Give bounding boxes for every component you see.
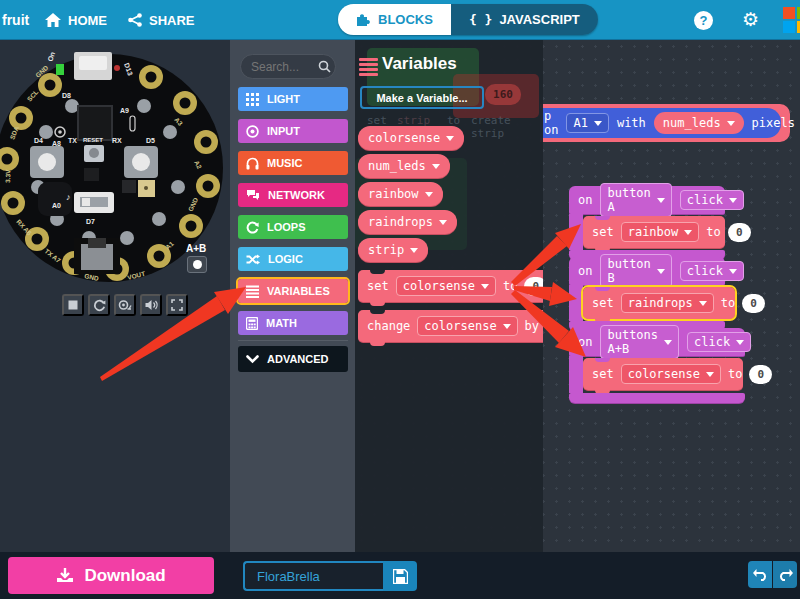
sidebar-item-music[interactable]: MUSIC bbox=[238, 151, 348, 175]
category-label: LOOPS bbox=[267, 221, 306, 233]
board-label: A8 bbox=[52, 140, 61, 147]
category-label: LOGIC bbox=[268, 253, 303, 265]
tab-javascript[interactable]: { } JAVASCRIPT bbox=[451, 4, 598, 35]
variable-dropdown[interactable]: colorsense bbox=[396, 276, 496, 296]
makecode-editor: p on A1 with num_leds pixels on button A… bbox=[0, 0, 800, 599]
chevron-down-icon bbox=[664, 340, 672, 345]
undo-button[interactable] bbox=[748, 561, 772, 588]
create-strip-block[interactable]: p on A1 with num_leds pixels bbox=[540, 108, 781, 138]
value-input[interactable]: 0 bbox=[742, 294, 765, 313]
sidebar-item-loops[interactable]: LOOPS bbox=[238, 215, 348, 239]
chevron-down-icon bbox=[481, 284, 489, 289]
set-raindrops-block-highlighted[interactable]: set raindrops to 0 bbox=[583, 287, 735, 319]
toolbox-divider bbox=[238, 340, 348, 341]
board-label: A0 bbox=[52, 202, 61, 209]
chevron-down-icon bbox=[446, 136, 454, 141]
variable-dropdown[interactable]: colorsense bbox=[417, 316, 517, 336]
variable-dropdown[interactable]: colorsense bbox=[621, 364, 721, 384]
variables-bars-icon bbox=[246, 285, 259, 298]
share-button[interactable]: SHARE bbox=[128, 0, 195, 40]
chevron-down-icon bbox=[432, 164, 440, 169]
pin-dropdown[interactable]: A1 bbox=[566, 113, 608, 133]
button-dropdown[interactable]: buttons A+B bbox=[600, 325, 679, 359]
loops-repeat-icon bbox=[246, 221, 259, 234]
board-label: TX bbox=[68, 137, 77, 144]
value-input[interactable]: 0 bbox=[749, 365, 772, 384]
set-colorsense-block[interactable]: set colorsense to 0 bbox=[583, 358, 743, 390]
chevron-down-icon bbox=[657, 198, 665, 203]
input-circle-icon bbox=[246, 125, 259, 138]
fullscreen-button[interactable] bbox=[166, 294, 188, 316]
sidebar-item-input[interactable]: INPUT bbox=[238, 119, 348, 143]
volume-icon bbox=[145, 299, 158, 311]
category-label: NETWORK bbox=[268, 189, 325, 201]
redo-button[interactable] bbox=[773, 561, 797, 588]
settings-gear-icon[interactable]: ⚙ bbox=[742, 10, 759, 29]
search-icon bbox=[318, 60, 331, 73]
value-input[interactable]: 0 bbox=[728, 223, 751, 242]
sidebar-item-math[interactable]: MATH bbox=[238, 311, 348, 335]
share-icon bbox=[128, 13, 142, 27]
braces-icon: { } bbox=[469, 12, 492, 27]
make-a-variable-button[interactable]: Make a Variable... bbox=[360, 86, 484, 109]
on-button-a-block[interactable]: on button A click bbox=[569, 186, 725, 214]
event-dropdown[interactable]: click bbox=[680, 190, 744, 210]
restart-button[interactable] bbox=[88, 294, 110, 316]
variable-pill-strip[interactable]: strip bbox=[358, 238, 428, 262]
toolbox: LIGHT INPUT MUSIC NETWORK LOOPS LOGIC VA… bbox=[230, 40, 355, 552]
event-block-spine bbox=[569, 214, 583, 250]
chevron-down-icon bbox=[657, 269, 665, 274]
save-floppy-icon bbox=[393, 569, 408, 584]
bottom-bar: Download bbox=[0, 552, 800, 599]
ab-button[interactable] bbox=[187, 256, 207, 273]
tab-blocks[interactable]: BLOCKS bbox=[338, 4, 451, 35]
help-button[interactable]: ? bbox=[694, 11, 713, 30]
logic-shuffle-icon bbox=[246, 253, 260, 266]
set-variable-block[interactable]: set colorsense to 0 bbox=[358, 270, 543, 302]
change-variable-block[interactable]: change colorsense by 1 bbox=[358, 310, 543, 342]
value-input[interactable]: 0 bbox=[524, 277, 543, 296]
sidebar-item-variables[interactable]: VARIABLES bbox=[238, 279, 348, 303]
board-label: RX bbox=[112, 137, 122, 144]
sidebar-item-logic[interactable]: LOGIC bbox=[238, 247, 348, 271]
chevron-down-icon bbox=[410, 248, 418, 253]
chevron-down-icon bbox=[727, 121, 735, 126]
num-leds-variable-pill[interactable]: num_leds bbox=[654, 112, 744, 134]
chevron-down-icon bbox=[594, 121, 602, 126]
sidebar-item-network[interactable]: NETWORK bbox=[238, 183, 348, 207]
button-dropdown[interactable]: button B bbox=[600, 254, 671, 288]
sidebar-item-advanced[interactable]: ADVANCED bbox=[238, 346, 348, 372]
variable-pill-rainbow[interactable]: rainbow bbox=[358, 182, 443, 206]
puzzle-blocks-icon bbox=[356, 13, 371, 26]
network-chat-icon bbox=[246, 189, 260, 202]
strip-block-with-text: with bbox=[617, 116, 646, 130]
on-button-b-block[interactable]: on button B click bbox=[569, 257, 725, 285]
home-icon bbox=[45, 13, 61, 27]
variables-category-icon bbox=[359, 58, 378, 78]
simulator-panel: On D13 D8 A8 A9 D4 TX RESET RX D5 A0 D7 … bbox=[0, 40, 230, 552]
variable-pill-colorsense[interactable]: colorsense bbox=[358, 126, 464, 150]
event-dropdown[interactable]: click bbox=[687, 332, 751, 352]
board-label: 3.3V bbox=[4, 169, 11, 183]
set-rainbow-block[interactable]: set rainbow to 0 bbox=[583, 216, 725, 248]
category-label: LIGHT bbox=[267, 93, 300, 105]
variable-dropdown[interactable]: raindrops bbox=[621, 293, 714, 313]
stop-button[interactable] bbox=[62, 294, 84, 316]
fullscreen-icon bbox=[171, 299, 183, 311]
sidebar-item-light[interactable]: LIGHT bbox=[238, 87, 348, 111]
slow-mo-button[interactable] bbox=[114, 294, 136, 316]
variable-pill-num-leds[interactable]: num_leds bbox=[358, 154, 450, 178]
button-dropdown[interactable]: button A bbox=[600, 183, 671, 217]
project-name-input[interactable] bbox=[243, 561, 383, 591]
event-block-spine bbox=[569, 356, 583, 393]
variable-pill-raindrops[interactable]: raindrops bbox=[358, 210, 457, 234]
download-button[interactable]: Download bbox=[8, 557, 214, 594]
home-button[interactable]: HOME bbox=[45, 0, 107, 40]
event-dropdown[interactable]: click bbox=[680, 261, 744, 281]
variable-dropdown[interactable]: rainbow bbox=[621, 222, 700, 242]
mute-button[interactable] bbox=[140, 294, 162, 316]
on-buttons-ab-block[interactable]: on buttons A+B click bbox=[569, 328, 745, 356]
save-button[interactable] bbox=[383, 561, 417, 591]
event-block-foot[interactable] bbox=[569, 393, 745, 403]
adafruit-logo[interactable]: fruit bbox=[2, 0, 29, 40]
